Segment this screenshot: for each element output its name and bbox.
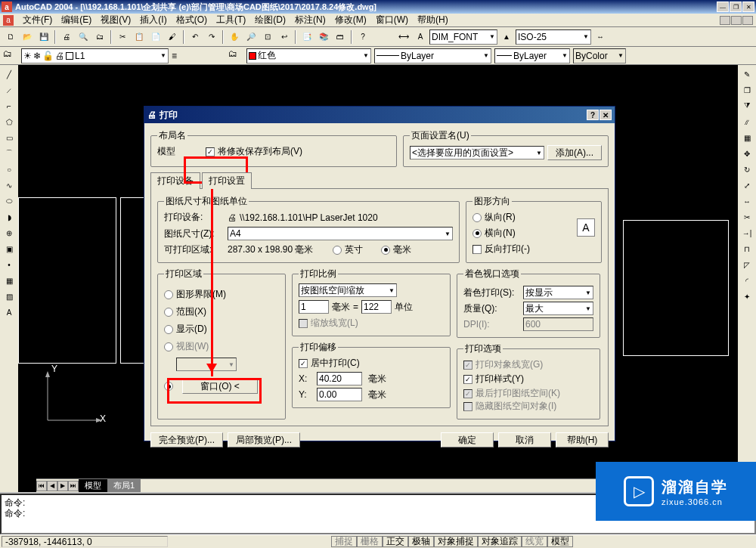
full-preview-button[interactable]: 完全预览(P)... xyxy=(150,432,223,447)
dim-icon[interactable]: ⟷ xyxy=(396,29,411,45)
extents-radio[interactable]: 范围(X) xyxy=(164,305,279,318)
tab-last[interactable]: ⏭ xyxy=(68,481,79,491)
maximize-button[interactable]: ❐ xyxy=(730,2,742,12)
menu-edit[interactable]: 编辑(E) xyxy=(58,14,94,26)
scale-combo[interactable]: 按图纸空间缩放▼ xyxy=(299,283,397,297)
rotate-icon[interactable]: ↻ xyxy=(739,162,754,177)
hatch-icon[interactable]: ▦ xyxy=(2,273,17,288)
menu-view[interactable]: 视图(V) xyxy=(98,14,134,26)
mode-osnap[interactable]: 对象捕捉 xyxy=(434,536,478,547)
textstyle-icon[interactable]: A xyxy=(413,29,428,45)
copy-icon[interactable]: 📋 xyxy=(132,29,147,45)
copy-icon2[interactable]: ❐ xyxy=(739,82,754,98)
extend-icon[interactable]: →| xyxy=(739,225,754,240)
earc-icon[interactable]: ◗ xyxy=(2,209,17,224)
erase-icon[interactable]: ✎ xyxy=(739,67,754,82)
dialog-close-button[interactable]: ✕ xyxy=(600,110,612,120)
insert-icon[interactable]: ⊕ xyxy=(2,225,17,240)
cut-icon[interactable]: ✂ xyxy=(115,29,130,45)
pline-icon[interactable]: ⌐ xyxy=(2,98,17,113)
tab-first[interactable]: ⏮ xyxy=(36,481,47,491)
unit-inch-radio[interactable]: 英寸 xyxy=(333,243,363,256)
center-checkbox[interactable]: 居中打印(C) xyxy=(299,357,444,370)
fillet-icon[interactable]: ◜ xyxy=(739,273,754,288)
layerprev-icon[interactable]: ≡ xyxy=(172,51,177,61)
menu-dim[interactable]: 标注(N) xyxy=(292,14,329,26)
color-combo[interactable]: 红色 ▼ xyxy=(246,48,371,63)
mode-snap[interactable]: 捕捉 xyxy=(331,536,357,547)
y-input[interactable]: 0.00 xyxy=(317,388,362,401)
partial-preview-button[interactable]: 局部预览(P)... xyxy=(228,432,300,447)
menu-window[interactable]: 窗口(W) xyxy=(373,14,411,26)
dim2-icon[interactable]: ↔ xyxy=(593,29,608,45)
ok-button[interactable]: 确定 xyxy=(441,432,494,447)
opt-styles-checkbox[interactable]: 打印样式(Y) xyxy=(463,373,593,385)
array-icon[interactable]: ▦ xyxy=(739,130,754,145)
menu-tools[interactable]: 工具(T) xyxy=(213,14,249,26)
explode-icon[interactable]: ✦ xyxy=(739,289,754,304)
scale-icon[interactable]: ⤢ xyxy=(739,178,754,193)
mirror-icon[interactable]: ⧩ xyxy=(739,98,754,113)
block-icon[interactable]: ▣ xyxy=(2,241,17,256)
dc-icon[interactable]: 📚 xyxy=(316,29,331,45)
display-radio[interactable]: 显示(D) xyxy=(164,323,279,336)
dialog-help-button[interactable]: ? xyxy=(587,110,599,120)
pan-icon[interactable]: ✋ xyxy=(227,29,242,45)
polygon-icon[interactable]: ⬠ xyxy=(2,114,17,129)
limits-radio[interactable]: 图形界限(M) xyxy=(164,288,279,301)
xline-icon[interactable]: ⟋ xyxy=(2,82,17,98)
menu-modify[interactable]: 修改(M) xyxy=(332,14,370,26)
stretch-icon[interactable]: ↔ xyxy=(739,194,754,209)
move-icon[interactable]: ✥ xyxy=(739,146,754,161)
layer-combo[interactable]: ☀ ❄ 🔓 🖨 L1 ▼ xyxy=(21,48,169,63)
unit-mm-radio[interactable]: 毫米 xyxy=(381,243,411,256)
trim-icon[interactable]: ✂ xyxy=(739,209,754,224)
circle-icon[interactable]: ○ xyxy=(2,162,17,177)
linetype-combo[interactable]: ByLayer ▼ xyxy=(374,48,491,63)
reverse-checkbox[interactable]: 反向打印(-) xyxy=(472,243,595,255)
menu-help[interactable]: 帮助(H) xyxy=(414,14,451,26)
line-icon[interactable]: ╱ xyxy=(2,67,17,82)
doc-minimize[interactable] xyxy=(720,16,730,25)
mode-ortho[interactable]: 正交 xyxy=(383,536,408,547)
page-setup-combo[interactable]: <选择要应用的页面设置>▼ xyxy=(410,146,544,159)
add-page-button[interactable]: 添加(A)... xyxy=(547,145,602,160)
menu-insert[interactable]: 插入(I) xyxy=(137,14,169,26)
scale-den-input[interactable]: 122 xyxy=(361,300,392,314)
tab-next[interactable]: ▶ xyxy=(57,481,68,491)
spline-icon[interactable]: ∿ xyxy=(2,178,17,193)
dimtool-icon[interactable]: ▲ xyxy=(499,29,514,45)
menu-format[interactable]: 格式(O) xyxy=(173,14,210,26)
zoomp-icon[interactable]: ↩ xyxy=(277,29,292,45)
doc-close[interactable] xyxy=(742,16,753,25)
mode-lwt[interactable]: 线宽 xyxy=(522,536,547,547)
print-icon[interactable]: 🖨 xyxy=(59,29,74,45)
zoomw-icon[interactable]: ⊡ xyxy=(260,29,275,45)
zoom-icon[interactable]: 🔎 xyxy=(243,29,259,45)
scale-num-input[interactable]: 1 xyxy=(299,300,329,314)
close-button[interactable]: ✕ xyxy=(742,2,754,12)
preview-icon[interactable]: 🔍 xyxy=(76,29,91,45)
matchprop-icon[interactable]: 🖌 xyxy=(165,29,180,45)
mtext-icon[interactable]: A xyxy=(2,305,17,320)
rect-icon[interactable]: ▭ xyxy=(2,130,17,145)
ellipse-icon[interactable]: ⬭ xyxy=(2,194,17,209)
minimize-button[interactable]: — xyxy=(717,2,729,12)
offset-icon[interactable]: ⫽ xyxy=(739,114,754,129)
cancel-button[interactable]: 取消 xyxy=(498,432,551,447)
quality-combo[interactable]: 最大▼ xyxy=(523,302,593,315)
paper-size-combo[interactable]: A4▼ xyxy=(228,227,453,240)
arc-icon[interactable]: ⌒ xyxy=(2,146,17,161)
mode-otrack[interactable]: 对象追踪 xyxy=(478,536,522,547)
doc-maximize[interactable] xyxy=(731,16,742,25)
help-button[interactable]: 帮助(H) xyxy=(556,432,609,447)
layerstack-icon[interactable]: 🗂 xyxy=(228,48,243,63)
properties-icon[interactable]: 📑 xyxy=(299,29,314,45)
plotstyle-combo[interactable]: ByColor ▼ xyxy=(573,48,626,63)
dimstyle-combo[interactable]: DIM_FONT▼ xyxy=(429,29,497,45)
save-icon[interactable]: 💾 xyxy=(36,29,51,45)
mode-model[interactable]: 模型 xyxy=(547,536,573,547)
region-icon[interactable]: ▨ xyxy=(2,289,17,304)
point-icon[interactable]: • xyxy=(2,257,17,272)
layermgr-icon[interactable]: 🗂 xyxy=(3,48,18,63)
